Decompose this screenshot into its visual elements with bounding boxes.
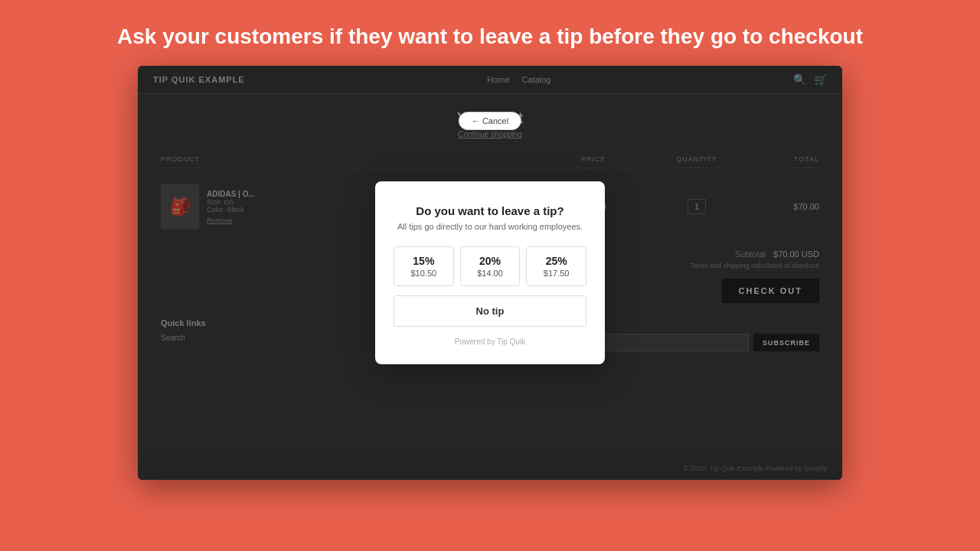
- powered-by: Powered by Tip Quik: [394, 337, 586, 346]
- tip-pct-15: 15%: [400, 255, 447, 267]
- tip-options: 15% $10.50 20% $14.00 25% $17.50: [394, 246, 586, 286]
- tip-modal-title: Do you want to leave a tip?: [394, 204, 586, 217]
- tip-pct-20: 20%: [467, 255, 514, 267]
- page-headline: Ask your customers if they want to leave…: [0, 0, 980, 66]
- tip-amount-25: $17.50: [533, 269, 580, 278]
- tip-pct-25: 25%: [533, 255, 580, 267]
- modal-overlay: ← Cancel Do you want to leave a tip? All…: [138, 66, 842, 480]
- tip-amount-15: $10.50: [400, 269, 447, 278]
- tip-amount-20: $14.00: [467, 269, 514, 278]
- tip-option-20[interactable]: 20% $14.00: [460, 246, 521, 286]
- no-tip-button[interactable]: No tip: [394, 295, 586, 327]
- cancel-bar: ← Cancel: [459, 112, 521, 130]
- browser-window: TIP QUIK EXAMPLE Home Catalog 🔍 🛒 Your c…: [138, 66, 842, 480]
- tip-option-25[interactable]: 25% $17.50: [526, 246, 586, 286]
- tip-option-15[interactable]: 15% $10.50: [394, 246, 454, 286]
- tip-modal-subtitle: All tips go directly to our hard working…: [394, 222, 586, 231]
- tip-modal: Do you want to leave a tip? All tips go …: [375, 181, 605, 364]
- cancel-button[interactable]: ← Cancel: [459, 112, 521, 130]
